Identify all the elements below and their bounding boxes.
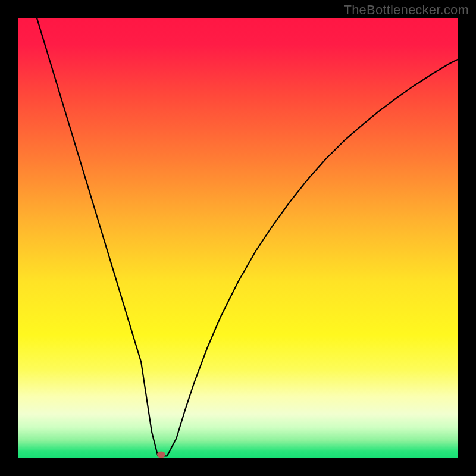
chart-frame: TheBottlenecker.com xyxy=(0,0,476,476)
minimum-marker xyxy=(157,452,165,458)
curve-layer xyxy=(18,18,458,458)
bottleneck-curve xyxy=(36,18,458,456)
plot-area xyxy=(18,18,458,458)
attribution-label: TheBottlenecker.com xyxy=(344,2,469,18)
